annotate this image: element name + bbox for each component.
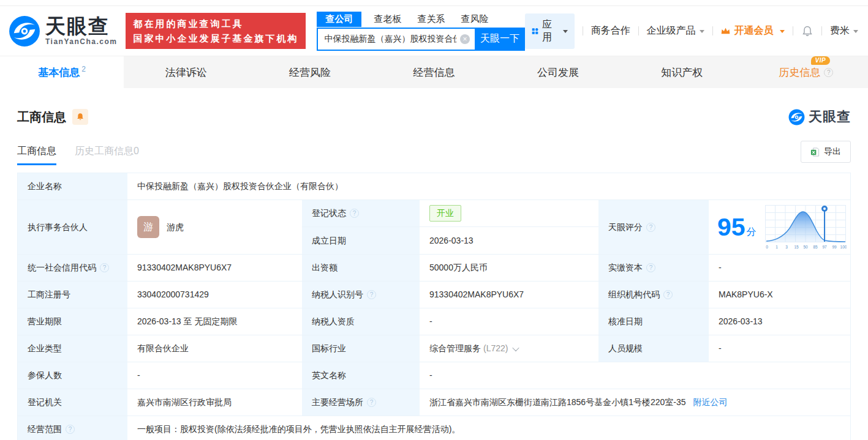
taxpayer-id-label: 纳税人识别号 bbox=[312, 288, 363, 301]
help-icon[interactable]: ? bbox=[350, 209, 359, 218]
apps-menu[interactable]: 应用 bbox=[525, 13, 575, 49]
paid-capital-value: - bbox=[709, 255, 850, 281]
taxpayer-id-value: 91330402MAK8PYU6X7 bbox=[420, 282, 598, 308]
logo-brand: 天眼查 bbox=[45, 16, 117, 36]
business-info-table: 企业名称 中保投融新盈（嘉兴）股权投资合伙企业（有限合伙） 执行事务合伙人 游 … bbox=[17, 173, 851, 440]
header: 天眼查 TianYanCha.com 都在用的商业查询工具 国家中小企业发展子基… bbox=[0, 6, 868, 56]
svg-text:97: 97 bbox=[822, 245, 827, 249]
reg-number-value: 330402000731429 bbox=[127, 282, 302, 308]
contribution-value: 50000万人民币 bbox=[420, 255, 598, 281]
search-input[interactable] bbox=[317, 28, 475, 51]
search-button[interactable]: 天眼一下 bbox=[475, 28, 525, 51]
help-icon[interactable]: ? bbox=[66, 425, 75, 434]
registration-status-value-cell: 开业 bbox=[420, 200, 598, 227]
score-value-cell: 95 分 bbox=[709, 200, 850, 254]
establish-date-value: 2026-03-13 bbox=[420, 227, 598, 254]
tab-history-info-wrap: VIP 历史信息 bbox=[779, 65, 820, 80]
watermark-logo: 天眼查 bbox=[788, 108, 851, 126]
search-tab-boss[interactable]: 查老板 bbox=[374, 12, 401, 27]
table-row: 经营范围 ? 一般项目：股权投资(除依法须经批准的项目外，凭营业执照依法自主开展… bbox=[18, 416, 850, 440]
status-badge: 开业 bbox=[429, 205, 461, 222]
partner-avatar[interactable]: 游 bbox=[137, 216, 159, 238]
table-row: 参保人数 - 英文名称 - bbox=[18, 362, 850, 389]
tab-legal-proceedings-label: 法律诉讼 bbox=[165, 65, 207, 80]
help-icon[interactable]: ? bbox=[663, 290, 673, 299]
taxpayer-quality-value: - bbox=[420, 308, 598, 335]
tab-operation-risk-label: 经营风险 bbox=[289, 65, 331, 80]
chevron-down-icon[interactable] bbox=[513, 344, 519, 351]
registration-status-label: 登记状态 bbox=[312, 207, 346, 220]
reg-authority-label: 登记机关 bbox=[18, 389, 127, 416]
industry-value-cell: 综合管理服务 (L722) bbox=[420, 335, 598, 362]
credit-code-value: 91330402MAK8PYU6X7 bbox=[127, 255, 302, 281]
search-tab-risk[interactable]: 查风险 bbox=[461, 12, 488, 27]
business-cooperation-link[interactable]: 商务合作 bbox=[591, 24, 630, 37]
svg-text:15: 15 bbox=[794, 245, 799, 249]
nearby-companies-link[interactable]: 附近公司 bbox=[693, 396, 728, 409]
english-name-value: - bbox=[420, 362, 850, 389]
export-button[interactable]: 导出 bbox=[801, 141, 851, 163]
tab-basic-info-label: 基本信息 bbox=[38, 65, 80, 80]
english-name-label: 英文名称 bbox=[302, 362, 420, 389]
search-tab-company[interactable]: 查公司 bbox=[317, 12, 361, 27]
svg-text:99: 99 bbox=[832, 245, 837, 249]
excel-icon bbox=[810, 147, 820, 157]
apps-grid-icon bbox=[532, 26, 538, 36]
premises-label-cell: 主要经营场所 ? bbox=[302, 389, 420, 416]
clear-search-icon[interactable]: × bbox=[460, 34, 470, 44]
credit-code-label: 统一社会信用代码 bbox=[28, 261, 96, 274]
premises-value-cell: 浙江省嘉兴市南湖区东栅街道南江路1856号基金小镇1号楼220室-35 附近公司 bbox=[420, 389, 850, 416]
insured-count-label: 参保人数 bbox=[18, 362, 127, 389]
help-icon[interactable]: ? bbox=[100, 263, 109, 272]
notification-bell-icon[interactable] bbox=[801, 25, 813, 37]
chevron-down-icon bbox=[853, 30, 858, 35]
enterprise-products-menu[interactable]: 企业级产品 bbox=[647, 24, 704, 37]
open-vip-label: 开通会员 bbox=[734, 24, 773, 37]
table-row: 统一社会信用代码 ? 91330402MAK8PYU6X7 出资额 50000万… bbox=[18, 255, 850, 282]
business-term-value: 2026-03-13 至 无固定期限 bbox=[127, 308, 302, 335]
main-content: 工商信息 天眼查 工商信息 历史工商信息0 bbox=[0, 108, 868, 440]
svg-text:50: 50 bbox=[803, 245, 808, 249]
subtab-history-business-info[interactable]: 历史工商信息0 bbox=[75, 145, 139, 165]
org-code-label-cell: 组织机构代码 ? bbox=[598, 282, 709, 308]
subtab-business-info[interactable]: 工商信息 bbox=[17, 145, 56, 165]
approval-date-label: 核准日期 bbox=[598, 308, 709, 335]
help-icon[interactable]: ? bbox=[646, 223, 655, 232]
help-icon[interactable]: ? bbox=[824, 68, 833, 77]
username: 费米 bbox=[830, 24, 850, 37]
svg-text:85: 85 bbox=[813, 245, 818, 249]
staff-size-value: - bbox=[709, 335, 850, 362]
executive-partner-cell: 游 游虎 bbox=[127, 200, 302, 254]
subscribe-bell-icon[interactable] bbox=[72, 109, 88, 125]
tab-legal-proceedings[interactable]: 法律诉讼 bbox=[124, 56, 247, 88]
tab-operation-risk[interactable]: 经营风险 bbox=[248, 56, 372, 88]
org-code-label: 组织机构代码 bbox=[608, 288, 660, 301]
tianyancha-logo[interactable]: 天眼查 TianYanCha.com bbox=[9, 15, 117, 47]
business-term-label: 营业期限 bbox=[18, 308, 127, 335]
user-menu[interactable]: 费米 bbox=[830, 24, 858, 37]
tab-history-info[interactable]: VIP 历史信息 ? bbox=[744, 56, 868, 88]
table-row: 登记机关 嘉兴市南湖区行政审批局 主要经营场所 ? 浙江省嘉兴市南湖区东栅街道南… bbox=[18, 389, 850, 416]
tianyancha-logo-icon bbox=[9, 15, 40, 47]
open-vip-menu[interactable]: 开通会员 bbox=[720, 24, 785, 37]
apps-label: 应用 bbox=[542, 18, 556, 44]
help-icon[interactable]: ? bbox=[367, 290, 376, 299]
org-code-value: MAK8PYU6-X bbox=[709, 282, 850, 308]
tab-company-development[interactable]: 公司发展 bbox=[496, 56, 620, 88]
industry-code: (L722) bbox=[483, 342, 508, 355]
watermark-logo-icon bbox=[788, 109, 805, 125]
partner-name-link[interactable]: 游虎 bbox=[167, 221, 184, 234]
svg-text:100: 100 bbox=[840, 245, 847, 249]
tab-operation-info-label: 经营信息 bbox=[413, 65, 455, 80]
tab-intellectual-property[interactable]: 知识产权 bbox=[620, 56, 744, 88]
search-tab-relation[interactable]: 查关系 bbox=[417, 12, 445, 27]
search-row: × 天眼一下 bbox=[317, 28, 525, 51]
tab-basic-info-badge: 2 bbox=[81, 65, 86, 73]
help-icon[interactable]: ? bbox=[367, 398, 376, 407]
tab-basic-info[interactable]: 基本信息 2 bbox=[0, 56, 124, 88]
slogan-banner: 都在用的商业查询工具 国家中小企业发展子基金旗下机构 bbox=[126, 13, 306, 49]
help-icon[interactable]: ? bbox=[646, 263, 655, 272]
watermark-brand-text: 天眼查 bbox=[809, 108, 851, 126]
tab-operation-info[interactable]: 经营信息 bbox=[372, 56, 496, 88]
search-tabs: 查公司 查老板 查关系 查风险 bbox=[317, 12, 525, 27]
